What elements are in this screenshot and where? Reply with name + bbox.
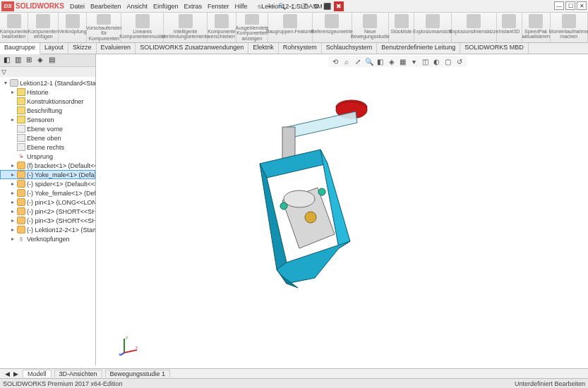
tree-folder-1[interactable]: Konstruktionsordner <box>0 97 95 106</box>
tree-part-icon <box>17 162 25 169</box>
tree-toolbar-icon-2[interactable]: ⊞ <box>24 56 34 66</box>
ribbon-2[interactable]: Verknüpfung <box>59 13 87 42</box>
tree-folder-3[interactable]: ▸Sensoren <box>0 115 95 124</box>
command-tab-8[interactable]: Benutzerdefinierte Leitung <box>377 43 460 54</box>
bottom-tab-nav-1[interactable]: ▶ <box>11 370 20 378</box>
view-tool-4[interactable]: ◧ <box>376 56 385 66</box>
view-tool-7[interactable]: ▾ <box>409 56 419 66</box>
view-tool-8[interactable]: ◫ <box>421 56 431 66</box>
view-tool-3[interactable]: 🔍 <box>364 56 374 66</box>
menu-datei[interactable]: Datei <box>70 3 85 10</box>
feature-tree-filter[interactable]: ▽ <box>0 67 95 77</box>
view-tool-1[interactable]: ⌕ <box>342 56 352 66</box>
minimize-button[interactable]: — <box>554 1 564 10</box>
tree-twist-icon[interactable]: ▸ <box>11 162 17 169</box>
tree-twist-icon[interactable]: ▸ <box>11 226 17 233</box>
maximize-button[interactable]: ☐ <box>565 1 575 10</box>
tree-component-7[interactable]: ▸(-) Lektion12-2<1> (Standard<Standard_A… <box>0 225 95 234</box>
ribbon-10[interactable]: Neue Bewegungsstudie <box>352 13 389 42</box>
tree-root[interactable]: ▾Lektion12-1 (Standard<Standard_Anzeiges… <box>0 78 95 87</box>
command-tab-9[interactable]: SOLIDWORKS MBD <box>460 43 529 54</box>
ribbon-12[interactable]: Explosionsansicht <box>414 13 452 42</box>
tree-plane-0[interactable]: Ebene vorne <box>0 124 95 133</box>
tree-folder-icon <box>17 88 25 96</box>
view-tool-5[interactable]: ◈ <box>387 56 397 66</box>
view-tool-2[interactable]: ⤢ <box>353 56 363 66</box>
tree-twist-icon[interactable]: ▸ <box>11 171 17 178</box>
tree-component-6[interactable]: ▸(-) pin<3> (SHORT<<SHORT>_Display State… <box>0 216 95 225</box>
menu-extras[interactable]: Extras <box>184 3 203 10</box>
quick-icon-7[interactable]: ✖ <box>334 1 344 11</box>
ribbon-label: Instant3D <box>498 29 520 34</box>
menu-ansicht[interactable]: Ansicht <box>126 3 148 10</box>
bottom-tab-0[interactable]: Modell <box>23 370 52 377</box>
tree-component-2[interactable]: ▸(-) spider<1> (Default<<Default>_Displa… <box>0 179 95 188</box>
bottom-tab-1[interactable]: 3D-Ansichten <box>54 370 102 377</box>
menu-fenster[interactable]: Fenster <box>208 3 229 10</box>
ribbon-4[interactable]: Lineares Komponentenmuster <box>121 13 164 42</box>
tree-origin[interactable]: ↳Ursprung <box>0 152 95 161</box>
tree-component-5[interactable]: ▸(-) pin<2> (SHORT<<SHORT>_Display State… <box>0 207 95 216</box>
tree-component-1[interactable]: ▸(-) Yoke_male<1> (Default<<Default>_Dis… <box>0 170 95 179</box>
ribbon-15[interactable]: SpeedPak aktualisieren <box>522 13 551 42</box>
ribbon-7[interactable]: Ausgeblendete Komponenten anzeigen <box>236 13 269 42</box>
ribbon-label: SpeedPak aktualisieren <box>522 29 550 40</box>
command-tab-6[interactable]: Rohrsystem <box>279 43 322 54</box>
command-tab-0[interactable]: Baugruppe <box>0 43 40 54</box>
tree-plane-1[interactable]: Ebene oben <box>0 133 95 143</box>
tree-twist-icon[interactable]: ▾ <box>4 80 10 86</box>
tree-toolbar-icon-0[interactable]: ◧ <box>1 56 11 66</box>
ribbon-13[interactable]: Explosionslinienskizze <box>452 13 497 42</box>
tree-twist-icon[interactable]: ▸ <box>11 217 17 224</box>
ribbon-16[interactable]: Momentaufnahme machen <box>551 13 588 42</box>
command-tab-5[interactable]: Elektrik <box>248 43 279 54</box>
ribbon-5[interactable]: Intelligente Verbindungselemente <box>164 13 208 42</box>
command-tab-7[interactable]: Schlauchsystem <box>322 43 378 54</box>
ribbon-1[interactable]: Komponenten einfügen <box>28 13 59 42</box>
status-bar: SOLIDWORKS Premium 2017 x64-Edition Unte… <box>0 378 588 388</box>
tree-plane-2[interactable]: Ebene rechts <box>0 143 95 152</box>
ribbon-8[interactable]: Baugruppen-Features <box>268 13 313 42</box>
command-tab-3[interactable]: Evaluieren <box>97 43 136 54</box>
tree-twist-icon[interactable]: ▸ <box>11 190 17 196</box>
command-tab-1[interactable]: Layout <box>40 43 68 54</box>
view-tool-10[interactable]: ▢ <box>443 56 453 66</box>
tree-toolbar-icon-3[interactable]: ◈ <box>35 56 45 66</box>
menu-hilfe[interactable]: Hilfe <box>235 3 248 10</box>
close-button[interactable]: ✕ <box>577 1 587 10</box>
tree-component-0[interactable]: ▸(f) bracket<1> (Default<<Default>_Displ… <box>0 161 95 170</box>
tree-label: (-) spider<1> (Default<<Default>_Display… <box>27 181 95 188</box>
tree-twist-icon[interactable]: ▸ <box>11 236 17 242</box>
bottom-tab-2[interactable]: Bewegungsstudie 1 <box>105 370 171 377</box>
tree-toolbar-icon-4[interactable]: ▤ <box>47 56 56 66</box>
tree-component-3[interactable]: ▸(-) Yoke_female<1> (Default<<Default>_D… <box>0 188 95 198</box>
tree-mates[interactable]: ▸§Verknüpfungen <box>0 234 95 243</box>
viewport[interactable]: ⟲⌕⤢🔍◧◈▦▾◫◐▢↺ <box>96 54 588 365</box>
tree-toolbar-icon-1[interactable]: ▥ <box>13 56 23 66</box>
command-tab-4[interactable]: SOLIDWORKS Zusatzanwendungen <box>136 43 248 54</box>
tree-twist-icon[interactable]: ▸ <box>11 199 17 205</box>
bottom-tab-nav-0[interactable]: ◀ <box>3 370 11 378</box>
ribbon-icon-8 <box>283 14 297 28</box>
view-tool-6[interactable]: ▦ <box>398 56 408 66</box>
heads-up-view-toolbar: ⟲⌕⤢🔍◧◈▦▾◫◐▢↺ <box>328 56 467 67</box>
tree-twist-icon[interactable]: ▸ <box>11 208 17 214</box>
command-tab-2[interactable]: Skizze <box>68 43 97 54</box>
tree-twist-icon[interactable]: ▸ <box>11 89 17 95</box>
ribbon-11[interactable]: Stückliste <box>389 13 414 42</box>
tree-twist-icon[interactable]: ▸ <box>11 116 17 123</box>
view-tool-9[interactable]: ◐ <box>432 56 442 66</box>
tree-twist-icon[interactable]: ▸ <box>11 181 17 187</box>
tree-folder-2[interactable]: Beschriftung <box>0 106 95 115</box>
view-tool-0[interactable]: ⟲ <box>330 56 340 66</box>
ribbon-14[interactable]: Instant3D <box>497 13 522 42</box>
menu-einfügen[interactable]: Einfügen <box>153 3 179 10</box>
ribbon-9[interactable]: Referenzgeometrie <box>313 13 352 42</box>
ribbon-6[interactable]: Komponente verschieben <box>208 13 236 42</box>
ribbon-3[interactable]: Vorschaufenster für Komponenten <box>87 13 121 42</box>
view-tool-11[interactable]: ↺ <box>455 56 464 66</box>
tree-folder-0[interactable]: ▸Historie <box>0 87 95 97</box>
menu-bearbeiten[interactable]: Bearbeiten <box>90 3 121 10</box>
tree-component-4[interactable]: ▸(-) pin<1> (LONG<<LONG>_Display State 1… <box>0 198 95 207</box>
ribbon-0[interactable]: Komponente bearbeiten <box>0 13 28 42</box>
